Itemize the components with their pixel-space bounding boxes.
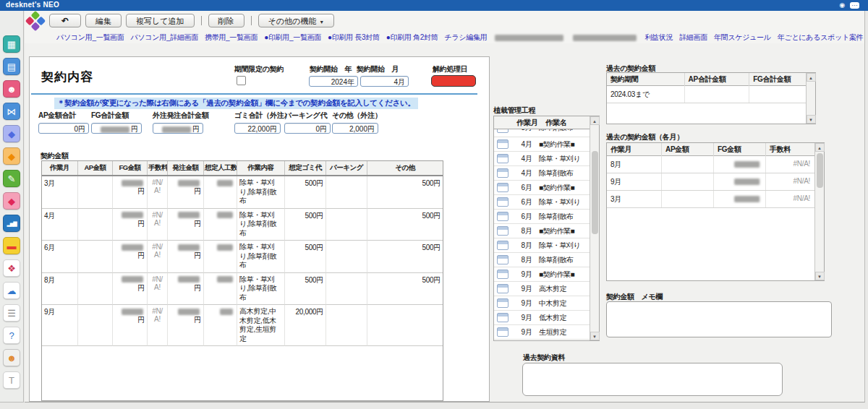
past-monthly-scrollbar[interactable]: ▲ ▼ — [814, 143, 824, 280]
view-link[interactable]: ●印刷用_一覧画面 — [264, 33, 321, 43]
process-row[interactable]: 4月 ■契約作業■ — [494, 137, 590, 152]
form-icon[interactable] — [497, 154, 509, 163]
past-amounts-scrollbar[interactable]: ▲ ▼ — [806, 73, 815, 124]
scroll-down-icon[interactable]: ▼ — [815, 272, 825, 280]
scroll-track[interactable] — [807, 82, 816, 115]
limited-contract-checkbox[interactable] — [237, 76, 246, 85]
process-row[interactable]: 9月 低木剪定 — [494, 311, 590, 325]
table-row[interactable]: 9月 円 #N/A! 円 高木剪定,中木剪定,低木剪定,生垣剪定 20,000円 — [42, 305, 443, 346]
process-row[interactable]: 8月 除草・草刈り — [494, 238, 590, 253]
form-icon[interactable] — [497, 313, 509, 322]
process-row[interactable]: 6月 ■契約作業■ — [494, 181, 590, 195]
scroll-thumb[interactable] — [817, 153, 823, 188]
view-link[interactable]: 年ごとにあるスポット案件 — [778, 33, 864, 43]
user-app-icon[interactable]: ☻ — [3, 80, 20, 98]
table-row[interactable]: 8月 #N/A! — [607, 156, 814, 173]
grid-app-icon[interactable]: ▦ — [3, 35, 20, 53]
diamond-blue-app-icon[interactable]: ◆ — [3, 125, 20, 142]
table-row[interactable]: 9月 #N/A! — [607, 173, 814, 191]
form-icon[interactable] — [497, 284, 509, 293]
form-icon[interactable] — [497, 197, 509, 207]
total-field-value[interactable]: 円 — [91, 123, 142, 134]
scroll-down-icon[interactable]: ▼ — [807, 115, 816, 124]
total-field-value[interactable]: 0円 — [284, 123, 331, 134]
form-icon[interactable] — [497, 226, 509, 236]
chat-icon[interactable]: … — [850, 2, 859, 9]
process-row[interactable]: 8月 除草剤散布 — [494, 253, 590, 267]
table-row[interactable]: 3月 円 #N/A! 円 除草・草刈り,除草剤散布 500円 500円 — [42, 176, 443, 209]
process-scrollbar[interactable]: ▲ ▼ — [590, 116, 599, 340]
form-icon[interactable] — [497, 255, 509, 264]
view-link[interactable]: 詳細画面 — [679, 33, 707, 43]
database-app-icon[interactable]: ▤ — [3, 58, 20, 75]
folder-app-icon[interactable]: ▬ — [3, 237, 20, 254]
table-row[interactable]: 3月 #N/A! — [607, 191, 814, 208]
total-field-value[interactable]: 円 — [153, 123, 203, 134]
cancellation-date-field[interactable] — [431, 75, 476, 87]
total-field-value[interactable]: 0円 — [38, 123, 89, 134]
view-link[interactable]: チラシ編集用 — [444, 33, 487, 43]
diamond-pink-app-icon[interactable]: ◆ — [3, 192, 20, 210]
view-link[interactable]: パソコン用_詳細画面 — [131, 33, 199, 43]
view-link[interactable]: 利益状況 — [644, 33, 673, 43]
table-row[interactable]: 2024.03まで — [607, 86, 806, 103]
process-row[interactable]: 9月 高木剪定 — [494, 282, 590, 296]
handshake-app-icon[interactable]: ⋈ — [3, 103, 20, 120]
help-app-icon[interactable]: ? — [3, 327, 20, 344]
total-field-value[interactable]: 2,000円 — [332, 123, 378, 134]
scroll-up-icon[interactable]: ▲ — [590, 116, 600, 125]
table-row[interactable]: 4月 円 #N/A! 円 除草・草刈り,除草剤散布 500円 500円 — [42, 209, 443, 241]
view-link[interactable] — [493, 34, 565, 42]
start-year-field[interactable]: 2024年 — [309, 76, 358, 87]
process-row[interactable]: 4月 除草剤散布 — [494, 166, 590, 181]
view-link[interactable]: 携帯用_一覧画面 — [205, 33, 258, 43]
scroll-up-icon[interactable]: ▲ — [815, 143, 825, 152]
view-link[interactable]: ●印刷用 角2封筒 — [386, 33, 438, 43]
form-icon[interactable] — [497, 168, 509, 178]
process-row[interactable]: 9月 生垣剪定 — [494, 325, 590, 340]
scroll-thumb[interactable] — [592, 151, 598, 234]
process-row[interactable]: 6月 除草剤散布 — [494, 210, 590, 224]
back-button[interactable]: ↶ — [49, 14, 81, 27]
process-row[interactable]: 3月 除草剤散布 — [494, 129, 590, 137]
past-docs-field[interactable] — [522, 363, 783, 396]
process-row[interactable]: 9月 中木剪定 — [494, 296, 590, 311]
neo-apps-icon[interactable]: ❖ — [3, 259, 20, 277]
table-row[interactable]: 6月 円 #N/A! 円 除草・草刈り,除草剤散布 500円 500円 — [42, 241, 443, 273]
form-icon[interactable] — [497, 129, 509, 133]
form-icon[interactable] — [497, 241, 509, 250]
table-row[interactable]: 8月 円 #N/A! 円 除草・草刈り,除草剤散布 500円 500円 — [42, 273, 443, 306]
edit-button[interactable]: 編集 — [85, 14, 122, 27]
scroll-track[interactable] — [815, 152, 825, 272]
process-row[interactable]: 6月 除草・草刈り — [494, 195, 590, 210]
memo-field[interactable] — [606, 301, 832, 337]
scroll-down-icon[interactable]: ▼ — [590, 332, 600, 340]
diamond-orange-app-icon[interactable]: ◆ — [3, 147, 20, 165]
operator-app-icon[interactable]: ☻ — [3, 349, 20, 366]
form-icon[interactable] — [497, 183, 509, 192]
pencil-app-icon[interactable]: ✎ — [3, 170, 20, 187]
form-icon[interactable] — [497, 298, 509, 308]
scroll-up-icon[interactable]: ▲ — [807, 73, 816, 82]
start-month-field[interactable]: 4月 — [360, 76, 409, 87]
scroll-track[interactable] — [590, 125, 600, 332]
neo-cloud-icon[interactable]: ☁ — [3, 282, 20, 299]
more-functions-button[interactable]: その他の機能▼ — [258, 14, 335, 27]
process-row[interactable]: 8月 ■契約作業■ — [494, 224, 590, 238]
total-field-value[interactable]: 22,000円 — [234, 123, 281, 134]
form-icon[interactable] — [497, 327, 509, 337]
view-link[interactable] — [571, 34, 638, 42]
view-link[interactable]: パソコン用_一覧画面 — [56, 33, 124, 43]
view-link[interactable]: ●印刷用 長3封筒 — [328, 33, 380, 43]
form-icon[interactable] — [497, 212, 509, 221]
delete-button[interactable]: 削除 — [208, 14, 244, 27]
form-icon[interactable] — [497, 270, 509, 279]
process-row[interactable]: 4月 除草・草刈り — [494, 152, 590, 166]
text-app-icon[interactable]: T — [3, 371, 20, 389]
process-row[interactable]: 9月 ■契約作業■ — [494, 267, 590, 282]
chart-app-icon[interactable]: ▂▅▇ — [3, 215, 20, 232]
list-app-icon[interactable]: ☰ — [3, 304, 20, 322]
form-icon[interactable] — [497, 139, 509, 149]
copy-add-button[interactable]: 複写して追加 — [126, 14, 195, 27]
broadcast-icon[interactable]: ◉ — [839, 1, 845, 9]
